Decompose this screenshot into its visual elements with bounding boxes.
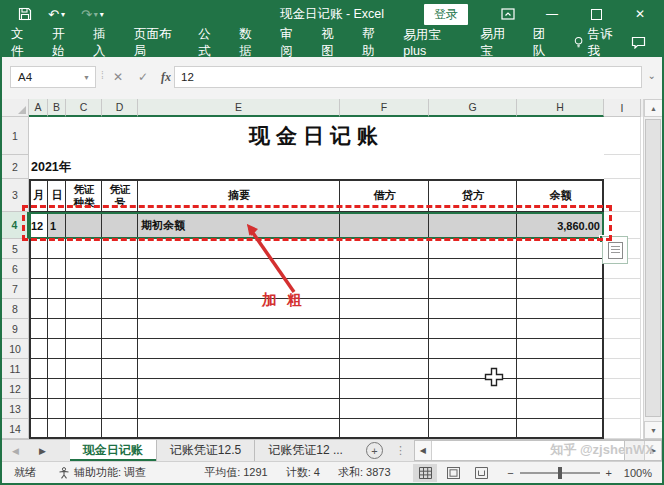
cell-B13[interactable]	[48, 399, 66, 419]
tab-home[interactable]: 开始	[43, 26, 84, 60]
cell-G4[interactable]	[429, 212, 517, 239]
cell-H8[interactable]	[517, 299, 604, 319]
cell-F2[interactable]	[340, 155, 429, 179]
cell-E12[interactable]	[138, 379, 340, 399]
hscroll-left-icon[interactable]: ◀	[415, 441, 432, 460]
row-header-8[interactable]: 8	[2, 299, 29, 319]
cell-G2[interactable]	[429, 155, 517, 179]
cell-I3[interactable]	[604, 179, 641, 212]
cell-A6[interactable]	[29, 259, 48, 279]
cell-G5[interactable]	[429, 239, 517, 259]
cell-I7[interactable]	[604, 279, 641, 299]
header-voucher-type[interactable]: 凭证种类	[66, 179, 102, 212]
zoom-in-icon[interactable]: +	[606, 467, 612, 479]
cell-E9[interactable]	[138, 319, 340, 339]
cell-E11[interactable]	[138, 359, 340, 379]
cell-F6[interactable]	[340, 259, 429, 279]
cell-F4[interactable]	[340, 212, 429, 239]
cell-I11[interactable]	[604, 359, 641, 379]
row-header-14[interactable]: 14	[2, 419, 29, 439]
tab-file[interactable]: 文件	[2, 26, 43, 60]
tab-view[interactable]: 视图	[312, 26, 353, 60]
cell-B5[interactable]	[48, 239, 66, 259]
year-cell[interactable]: 2021年	[31, 156, 151, 178]
cell-H12[interactable]	[517, 379, 604, 399]
expand-formula-bar-icon[interactable]: ⌄	[648, 70, 656, 81]
row-header-11[interactable]: 11	[2, 359, 29, 379]
cell-B7[interactable]	[48, 279, 66, 299]
header-balance[interactable]: 余额	[517, 179, 604, 212]
cell-C10[interactable]	[66, 339, 102, 359]
sheet-tab-voucher-12[interactable]: 记账凭证12 ...	[254, 440, 356, 461]
cell-I13[interactable]	[604, 399, 641, 419]
cell-F10[interactable]	[340, 339, 429, 359]
header-day[interactable]: 日	[48, 179, 66, 212]
cell-H2[interactable]	[517, 155, 604, 179]
select-all-corner[interactable]	[2, 99, 29, 117]
vertical-scroll-thumb[interactable]	[645, 119, 661, 417]
cell-I1[interactable]	[604, 117, 641, 155]
cell-F7[interactable]	[340, 279, 429, 299]
column-header-I[interactable]: I	[604, 99, 641, 117]
cell-B8[interactable]	[48, 299, 66, 319]
cell-C11[interactable]	[66, 359, 102, 379]
cell-D10[interactable]	[102, 339, 138, 359]
cell-F12[interactable]	[340, 379, 429, 399]
cell-A9[interactable]	[29, 319, 48, 339]
zoom-level[interactable]: 100%	[618, 467, 652, 479]
tab-team[interactable]: 团队	[524, 26, 565, 60]
cell-G10[interactable]	[429, 339, 517, 359]
cell-B6[interactable]	[48, 259, 66, 279]
tab-formulas[interactable]: 公式	[189, 26, 230, 60]
cell-H9[interactable]	[517, 319, 604, 339]
cell-B4-value[interactable]: 1	[50, 212, 65, 239]
comments-icon[interactable]	[631, 36, 646, 49]
tab-page-layout[interactable]: 页面布局	[125, 26, 189, 60]
name-box-caret-icon[interactable]: ▼	[83, 74, 90, 81]
tab-review[interactable]: 审阅	[271, 26, 312, 60]
cell-H13[interactable]	[517, 399, 604, 419]
customize-qat-icon[interactable]: ▾	[100, 10, 104, 19]
page-layout-view-icon[interactable]	[441, 464, 465, 482]
sign-in-button[interactable]: 登录	[424, 4, 468, 25]
cell-D14[interactable]	[102, 419, 138, 439]
tab-data[interactable]: 数据	[230, 26, 271, 60]
ribbon-display-options-icon[interactable]	[486, 8, 530, 20]
sheet-title-cell[interactable]: 现金日记账	[29, 117, 604, 155]
cell-D9[interactable]	[102, 319, 138, 339]
status-accessibility[interactable]: 辅助功能: 调查	[58, 465, 146, 480]
header-month[interactable]: 月	[29, 179, 48, 212]
cell-I14[interactable]	[604, 419, 641, 439]
tab-splitter-icon[interactable]: ⋮	[395, 444, 406, 457]
column-header-F[interactable]: F	[340, 99, 429, 117]
cell-H6[interactable]	[517, 259, 604, 279]
column-header-B[interactable]: B	[48, 99, 66, 117]
paste-options-button[interactable]	[602, 236, 628, 264]
header-debit[interactable]: 借方	[340, 179, 429, 212]
cell-F5[interactable]	[340, 239, 429, 259]
cell-C13[interactable]	[66, 399, 102, 419]
row-header-13[interactable]: 13	[2, 399, 29, 419]
header-credit[interactable]: 贷方	[429, 179, 517, 212]
cell-F14[interactable]	[340, 419, 429, 439]
row-header-10[interactable]: 10	[2, 339, 29, 359]
cell-G7[interactable]	[429, 279, 517, 299]
tab-yiyongbao[interactable]: 易用宝	[471, 26, 524, 60]
cell-C8[interactable]	[66, 299, 102, 319]
cell-E4-value[interactable]: 期初余额	[141, 212, 339, 239]
cell-E5[interactable]	[138, 239, 340, 259]
row-header-3[interactable]: 3	[2, 179, 29, 212]
close-button[interactable]: ✕	[618, 7, 662, 21]
cell-D4[interactable]	[102, 212, 138, 239]
cell-D5[interactable]	[102, 239, 138, 259]
sheet-tab-cash-journal[interactable]: 现金日记账	[70, 440, 156, 461]
row-header-12[interactable]: 12	[2, 379, 29, 399]
formula-input[interactable]: 12	[174, 66, 642, 88]
row-header-4[interactable]: 4	[2, 212, 29, 239]
cell-F13[interactable]	[340, 399, 429, 419]
cell-E8[interactable]	[138, 299, 340, 319]
cell-G9[interactable]	[429, 319, 517, 339]
cell-C4[interactable]	[66, 212, 102, 239]
undo-button[interactable]: ↶▾	[48, 7, 65, 22]
column-header-E[interactable]: E	[138, 99, 340, 117]
